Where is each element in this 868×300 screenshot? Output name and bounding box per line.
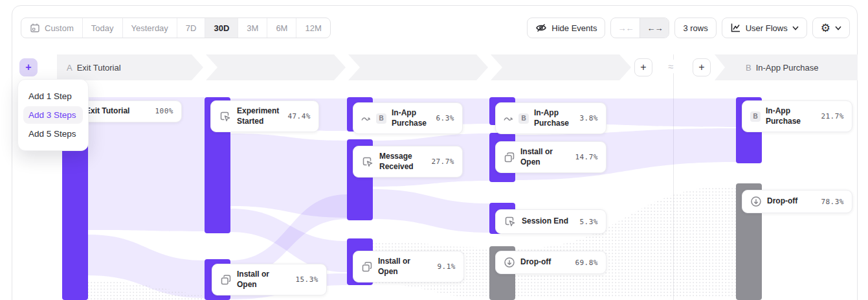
node-in-app-purchase-6[interactable]: B In-App Purchase 6.3% — [353, 102, 463, 134]
node-b-drop-off[interactable]: Drop-off 78.3% — [742, 190, 852, 213]
add-step-menu-button[interactable]: + — [19, 58, 38, 76]
link-dropoff-texture-2 — [515, 186, 736, 298]
menu-item-add-3-steps[interactable]: Add 3 Steps — [23, 106, 83, 124]
node-install-or-open-9[interactable]: Install or Open 9.1% — [353, 251, 464, 283]
node-install-or-open-14[interactable]: Install or Open 14.7% — [495, 141, 606, 173]
link-message-to-session — [373, 189, 489, 233]
node-b-in-app-purchase[interactable]: B In-App Purchase 21.7% — [742, 100, 852, 132]
circle-down-arrow-icon — [504, 257, 515, 268]
menu-item-add-5-steps[interactable]: Add 5 Steps — [23, 125, 83, 143]
user-flows-canvas: Custom Today Yesterday 7D 30D 3M 6M 12M … — [0, 0, 868, 300]
node-drop-off-69[interactable]: Drop-off 69.8% — [495, 251, 606, 274]
flow-a-name: Exit Tutorial — [77, 63, 121, 73]
install-icon — [361, 261, 373, 273]
flow-b-badge: B — [750, 111, 761, 122]
node-in-app-purchase-3[interactable]: B In-App Purchase 3.8% — [495, 102, 606, 134]
indirect-path-icon — [361, 115, 371, 122]
node-experiment-started[interactable]: Experiment Started 47.4% — [210, 100, 319, 132]
circle-down-arrow-icon — [750, 196, 762, 207]
cursor-click-icon — [361, 156, 374, 168]
flow-b-title: B In-App Purchase — [746, 54, 819, 80]
approx-separator: ≈ — [667, 60, 674, 73]
flow-b-badge: B — [518, 113, 529, 124]
node-exit-tutorial[interactable]: Exit Tutorial 100% — [77, 100, 182, 122]
cursor-click-icon — [219, 110, 232, 123]
flow-b-name: In-App Purchase — [756, 63, 819, 73]
node-message-received[interactable]: Message Received 27.7% — [353, 146, 463, 178]
menu-item-add-1-step[interactable]: Add 1 Step — [23, 87, 83, 105]
flow-a-letter: A — [67, 63, 72, 73]
cursor-click-icon — [504, 215, 517, 228]
add-step-menu: Add 1 Step Add 3 Steps Add 5 Steps — [17, 79, 89, 151]
flow-b-badge: B — [376, 113, 386, 124]
install-icon — [504, 152, 515, 163]
node-install-or-open-15[interactable]: Install or Open 15.3% — [212, 264, 327, 295]
install-icon — [220, 274, 232, 286]
node-session-end[interactable]: Session End 5.3% — [495, 209, 606, 234]
add-step-a-button[interactable]: + — [634, 58, 652, 76]
flow-a-title: A Exit Tutorial — [67, 54, 121, 80]
indirect-path-icon — [504, 115, 513, 122]
add-step-b-button[interactable]: + — [693, 58, 711, 76]
flow-b-letter: B — [746, 63, 751, 73]
